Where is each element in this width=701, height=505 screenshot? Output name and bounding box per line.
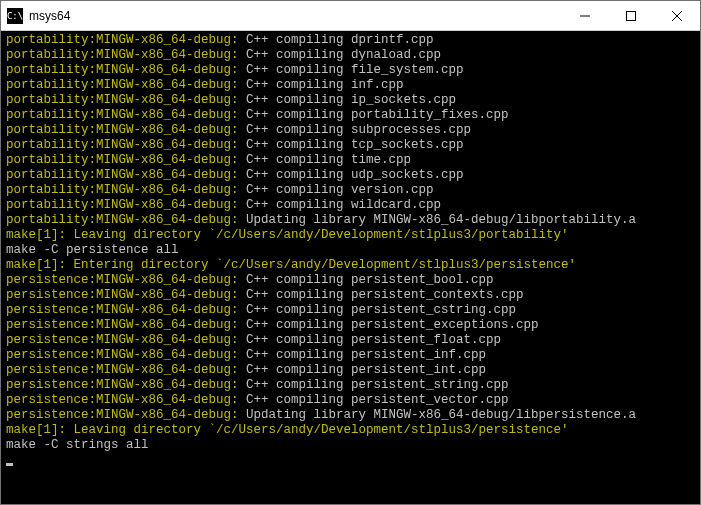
terminal-line: make[1]: Leaving directory `/c/Users/and… (6, 228, 695, 243)
titlebar[interactable]: C:\ msys64 (1, 1, 700, 31)
make-directory-message: make[1]: Entering directory `/c/Users/an… (6, 258, 576, 272)
terminal-line: portability:MINGW-x86_64-debug: C++ comp… (6, 93, 695, 108)
build-message: C++ compiling persistent_string.cpp (239, 378, 509, 392)
build-prefix: portability:MINGW-x86_64-debug: (6, 153, 239, 167)
maximize-button[interactable] (608, 1, 654, 30)
terminal-line: persistence:MINGW-x86_64-debug: C++ comp… (6, 288, 695, 303)
build-message: C++ compiling wildcard.cpp (239, 198, 442, 212)
build-message: C++ compiling portability_fixes.cpp (239, 108, 509, 122)
close-icon (672, 11, 682, 21)
build-message: C++ compiling udp_sockets.cpp (239, 168, 464, 182)
terminal-line: persistence:MINGW-x86_64-debug: C++ comp… (6, 348, 695, 363)
build-prefix: persistence:MINGW-x86_64-debug: (6, 393, 239, 407)
build-prefix: portability:MINGW-x86_64-debug: (6, 168, 239, 182)
terminal-line: persistence:MINGW-x86_64-debug: C++ comp… (6, 378, 695, 393)
terminal-line: portability:MINGW-x86_64-debug: C++ comp… (6, 183, 695, 198)
build-prefix: persistence:MINGW-x86_64-debug: (6, 303, 239, 317)
build-prefix: portability:MINGW-x86_64-debug: (6, 138, 239, 152)
terminal-line: make[1]: Entering directory `/c/Users/an… (6, 258, 695, 273)
build-message: C++ compiling persistent_float.cpp (239, 333, 502, 347)
build-prefix: portability:MINGW-x86_64-debug: (6, 183, 239, 197)
terminal-line: portability:MINGW-x86_64-debug: C++ comp… (6, 48, 695, 63)
build-message: C++ compiling persistent_contexts.cpp (239, 288, 524, 302)
terminal-line: persistence:MINGW-x86_64-debug: C++ comp… (6, 393, 695, 408)
build-prefix: persistence:MINGW-x86_64-debug: (6, 288, 239, 302)
window: C:\ msys64 portability:MINGW-x86_64-debu… (0, 0, 701, 505)
minimize-icon (580, 11, 590, 21)
build-prefix: portability:MINGW-x86_64-debug: (6, 63, 239, 77)
build-prefix: persistence:MINGW-x86_64-debug: (6, 363, 239, 377)
build-prefix: portability:MINGW-x86_64-debug: (6, 108, 239, 122)
build-message: C++ compiling time.cpp (239, 153, 412, 167)
terminal-line: make -C strings all (6, 438, 695, 453)
build-prefix: portability:MINGW-x86_64-debug: (6, 123, 239, 137)
build-message: make -C persistence all (6, 243, 179, 257)
build-prefix: persistence:MINGW-x86_64-debug: (6, 408, 239, 422)
build-prefix: persistence:MINGW-x86_64-debug: (6, 318, 239, 332)
terminal-line: persistence:MINGW-x86_64-debug: C++ comp… (6, 273, 695, 288)
build-message: C++ compiling persistent_bool.cpp (239, 273, 494, 287)
terminal-output[interactable]: portability:MINGW-x86_64-debug: C++ comp… (1, 31, 700, 504)
build-message: C++ compiling dprintf.cpp (239, 33, 434, 47)
build-message: C++ compiling version.cpp (239, 183, 434, 197)
maximize-icon (626, 11, 636, 21)
build-prefix: portability:MINGW-x86_64-debug: (6, 48, 239, 62)
build-message: C++ compiling ip_sockets.cpp (239, 93, 457, 107)
build-message: C++ compiling inf.cpp (239, 78, 404, 92)
build-prefix: portability:MINGW-x86_64-debug: (6, 213, 239, 227)
make-directory-message: make[1]: Leaving directory `/c/Users/and… (6, 423, 569, 437)
terminal-line: portability:MINGW-x86_64-debug: C++ comp… (6, 33, 695, 48)
build-message: C++ compiling persistent_cstring.cpp (239, 303, 517, 317)
terminal-line: portability:MINGW-x86_64-debug: Updating… (6, 213, 695, 228)
terminal-line: persistence:MINGW-x86_64-debug: C++ comp… (6, 318, 695, 333)
build-prefix: portability:MINGW-x86_64-debug: (6, 93, 239, 107)
terminal-line: portability:MINGW-x86_64-debug: C++ comp… (6, 138, 695, 153)
terminal-line: portability:MINGW-x86_64-debug: C++ comp… (6, 123, 695, 138)
terminal-line: make -C persistence all (6, 243, 695, 258)
build-prefix: portability:MINGW-x86_64-debug: (6, 33, 239, 47)
terminal-line: portability:MINGW-x86_64-debug: C++ comp… (6, 153, 695, 168)
window-title: msys64 (29, 9, 562, 23)
terminal-line: make[1]: Leaving directory `/c/Users/and… (6, 423, 695, 438)
build-prefix: portability:MINGW-x86_64-debug: (6, 198, 239, 212)
build-message: C++ compiling persistent_vector.cpp (239, 393, 509, 407)
terminal-cursor-line (6, 453, 695, 468)
app-icon: C:\ (7, 8, 23, 24)
svg-rect-1 (627, 11, 636, 20)
build-message: C++ compiling persistent_int.cpp (239, 363, 487, 377)
build-prefix: persistence:MINGW-x86_64-debug: (6, 333, 239, 347)
build-prefix: portability:MINGW-x86_64-debug: (6, 78, 239, 92)
build-message: C++ compiling subprocesses.cpp (239, 123, 472, 137)
window-controls (562, 1, 700, 30)
make-directory-message: make[1]: Leaving directory `/c/Users/and… (6, 228, 569, 242)
build-message: C++ compiling tcp_sockets.cpp (239, 138, 464, 152)
build-message: C++ compiling persistent_inf.cpp (239, 348, 487, 362)
build-message: Updating library MINGW-x86_64-debug/libp… (239, 213, 637, 227)
minimize-button[interactable] (562, 1, 608, 30)
terminal-line: portability:MINGW-x86_64-debug: C++ comp… (6, 198, 695, 213)
terminal-line: portability:MINGW-x86_64-debug: C++ comp… (6, 168, 695, 183)
terminal-line: persistence:MINGW-x86_64-debug: C++ comp… (6, 333, 695, 348)
build-message: Updating library MINGW-x86_64-debug/libp… (239, 408, 637, 422)
cursor-icon (6, 463, 13, 466)
terminal-line: persistence:MINGW-x86_64-debug: C++ comp… (6, 303, 695, 318)
build-prefix: persistence:MINGW-x86_64-debug: (6, 273, 239, 287)
close-button[interactable] (654, 1, 700, 30)
build-message: C++ compiling dynaload.cpp (239, 48, 442, 62)
build-prefix: persistence:MINGW-x86_64-debug: (6, 348, 239, 362)
build-prefix: persistence:MINGW-x86_64-debug: (6, 378, 239, 392)
terminal-line: portability:MINGW-x86_64-debug: C++ comp… (6, 63, 695, 78)
build-message: make -C strings all (6, 438, 149, 452)
build-message: C++ compiling persistent_exceptions.cpp (239, 318, 539, 332)
terminal-line: portability:MINGW-x86_64-debug: C++ comp… (6, 108, 695, 123)
terminal-line: persistence:MINGW-x86_64-debug: C++ comp… (6, 363, 695, 378)
terminal-line: portability:MINGW-x86_64-debug: C++ comp… (6, 78, 695, 93)
terminal-line: persistence:MINGW-x86_64-debug: Updating… (6, 408, 695, 423)
build-message: C++ compiling file_system.cpp (239, 63, 464, 77)
